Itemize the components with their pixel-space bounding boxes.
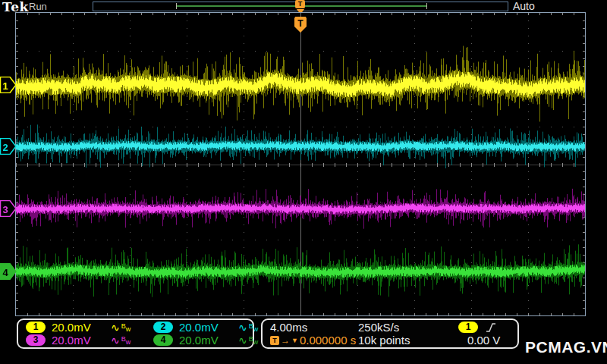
trigger-mode-label: Auto: [513, 0, 535, 12]
channel-4-badge: 4: [153, 334, 173, 346]
trigger-level-icon: ▼: [291, 337, 298, 344]
oscilloscope-screen: Tek Run T Auto T 1 2 3 4 1 20.0mV ∿Bw 2 …: [0, 0, 607, 364]
channel-4-scale: 20.0mV: [179, 334, 235, 347]
channel-4-coupling-icons: ∿Bw: [238, 334, 258, 347]
channel-readout-box: 1 20.0mV ∿Bw 2 20.0mV ∿Bw 3 20.0mV ∿Bw 4…: [17, 318, 254, 349]
channel-1-position-marker[interactable]: 1: [0, 77, 17, 93]
ac-coupling-icon: ∿: [111, 334, 120, 347]
ac-coupling-icon: ∿: [111, 322, 120, 334]
svg-text:1: 1: [2, 80, 8, 92]
trigger-source-badge: 1: [458, 322, 478, 333]
record-trigger-position-marker: T: [295, 0, 305, 8]
channel-2-scale: 20.0mV: [179, 321, 235, 334]
timebase-scale: 4.00ms: [270, 321, 358, 334]
watermark: PCMAG.VN: [525, 338, 607, 356]
channel-1-badge: 1: [26, 322, 46, 333]
waveform-display: [15, 12, 586, 316]
trigger-t-icon: T: [270, 336, 279, 345]
channel-1-coupling-icons: ∿Bw: [111, 322, 150, 334]
svg-text:4: 4: [2, 267, 8, 278]
channel-3-coupling-icons: ∿Bw: [111, 334, 150, 347]
arrow-right-icon: →: [281, 336, 290, 345]
record-window-start-tick: [176, 3, 177, 9]
sample-rate: 250kS/s: [358, 321, 457, 334]
acquisition-status: Run: [29, 1, 47, 12]
timebase-trigger-box: 4.00ms 250kS/s 1 T→▼0.000000 s 10k point…: [261, 318, 519, 349]
trigger-position-readout: T→▼0.000000 s: [270, 334, 358, 347]
svg-text:3: 3: [2, 204, 8, 215]
channel-2-coupling-icons: ∿Bw: [238, 322, 258, 334]
bandwidth-limit-icon: B: [249, 335, 253, 343]
svg-text:2: 2: [2, 142, 8, 153]
bandwidth-limit-icon: B: [121, 335, 126, 343]
channel-1-scale: 20.0mV: [52, 321, 108, 334]
channel-3-position-marker[interactable]: 3: [0, 200, 17, 217]
channel-3-scale: 20.0mV: [52, 334, 108, 347]
channel-2-badge: 2: [153, 322, 173, 333]
ac-coupling-icon: ∿: [238, 334, 247, 347]
record-window-end-tick: [426, 3, 427, 9]
channel-4-position-marker[interactable]: 4: [0, 263, 17, 280]
bandwidth-limit-icon: B: [121, 322, 126, 330]
channel-2-position-marker[interactable]: 2: [0, 138, 17, 155]
waveform-canvas: [16, 13, 585, 315]
channel-3-badge: 3: [26, 334, 46, 346]
ac-coupling-icon: ∿: [238, 322, 247, 334]
bandwidth-limit-icon: B: [249, 322, 253, 330]
trigger-level: 0.00 V: [457, 334, 513, 347]
record-length: 10k points: [358, 334, 457, 347]
rising-edge-icon: [486, 322, 496, 334]
